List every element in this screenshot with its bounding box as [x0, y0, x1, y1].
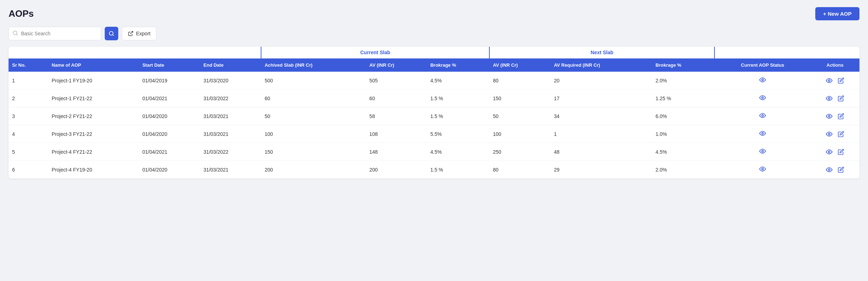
col-actions: Actions — [811, 58, 859, 72]
col-start: Start Date — [139, 58, 200, 72]
cell-achived-slab: 150 — [261, 143, 366, 161]
edit-icon[interactable] — [838, 95, 844, 102]
col-brokrage-current: Brokrage % — [427, 58, 489, 72]
cell-av-current: 148 — [366, 143, 427, 161]
cell-end: 31/03/2021 — [200, 107, 261, 125]
edit-icon[interactable] — [838, 77, 844, 84]
actions-cell — [814, 77, 856, 84]
cell-brokrage-next: 2.0% — [652, 72, 715, 90]
col-end: End Date — [200, 58, 261, 72]
cell-name: Project-2 FY21-22 — [48, 107, 139, 125]
cell-av-required-next: 48 — [550, 143, 652, 161]
view-icon[interactable] — [826, 77, 833, 84]
view-icon[interactable] — [826, 148, 833, 155]
actions-cell — [814, 148, 856, 155]
next-slab-header: Next Slab — [489, 47, 714, 58]
search-input[interactable] — [21, 31, 97, 36]
cell-achived-slab: 50 — [261, 107, 366, 125]
view-icon[interactable] — [826, 95, 833, 102]
cell-av-current: 58 — [366, 107, 427, 125]
cell-name: Project-4 FY21-22 — [48, 143, 139, 161]
actions-cell — [814, 95, 856, 102]
view-icon[interactable] — [826, 131, 833, 138]
svg-point-14 — [828, 151, 830, 153]
table-wrapper: Current Slab Next Slab Sr No. Name of AO… — [9, 47, 859, 179]
empty-group-header-right — [714, 47, 859, 58]
cell-av-required-next: 1 — [550, 125, 652, 143]
cell-av-required-next: 20 — [550, 72, 652, 90]
cell-brokrage-next: 2.0% — [652, 161, 715, 179]
table-row: 3 Project-2 FY21-22 01/04/2020 31/03/202… — [9, 107, 859, 125]
cell-aop-status — [714, 90, 810, 107]
svg-point-6 — [828, 80, 830, 81]
actions-cell — [814, 166, 856, 173]
cell-av-next: 100 — [489, 125, 550, 143]
edit-icon[interactable] — [838, 167, 844, 173]
svg-point-10 — [828, 115, 830, 117]
edit-icon[interactable] — [838, 149, 844, 155]
svg-point-12 — [828, 133, 830, 135]
search-btn-icon — [109, 31, 114, 36]
cell-brokrage-next: 6.0% — [652, 107, 715, 125]
table-row: 4 Project-3 FY21-22 01/04/2020 31/03/202… — [9, 125, 859, 143]
search-button[interactable] — [105, 27, 118, 40]
cell-av-current: 505 — [366, 72, 427, 90]
status-eye-icon[interactable] — [759, 94, 766, 101]
col-sr-no: Sr No. — [9, 58, 48, 72]
svg-point-5 — [762, 79, 764, 81]
status-eye-icon[interactable] — [759, 148, 766, 155]
cell-brokrage-current: 5.5% — [427, 125, 489, 143]
cell-aop-status — [714, 107, 810, 125]
svg-point-8 — [828, 97, 830, 99]
cell-av-next: 150 — [489, 90, 550, 107]
actions-cell — [814, 131, 856, 138]
aop-table: Current Slab Next Slab Sr No. Name of AO… — [9, 47, 859, 179]
cell-av-next: 50 — [489, 107, 550, 125]
search-wrapper — [9, 27, 101, 40]
cell-start: 01/04/2020 — [139, 107, 200, 125]
export-icon — [128, 31, 134, 36]
view-icon[interactable] — [826, 113, 833, 120]
cell-brokrage-current: 1.5 % — [427, 90, 489, 107]
cell-sr: 1 — [9, 72, 48, 90]
cell-aop-status — [714, 161, 810, 179]
cell-actions — [811, 161, 859, 179]
cell-brokrage-current: 1.5 % — [427, 107, 489, 125]
svg-line-3 — [113, 35, 114, 36]
col-av-required-next: AV Required (INR Cr) — [550, 58, 652, 72]
cell-achived-slab: 500 — [261, 72, 366, 90]
cell-end: 31/03/2022 — [200, 143, 261, 161]
cell-name: Project-1 FY21-22 — [48, 90, 139, 107]
cell-sr: 6 — [9, 161, 48, 179]
cell-av-required-next: 29 — [550, 161, 652, 179]
cell-achived-slab: 100 — [261, 125, 366, 143]
export-button[interactable]: Export — [122, 27, 156, 40]
cell-av-next: 80 — [489, 72, 550, 90]
cell-av-current: 108 — [366, 125, 427, 143]
svg-point-2 — [109, 31, 113, 35]
cell-sr: 4 — [9, 125, 48, 143]
cell-brokrage-current: 4.5% — [427, 143, 489, 161]
cell-brokrage-next: 1.0% — [652, 125, 715, 143]
status-eye-icon[interactable] — [759, 130, 766, 137]
cell-av-next: 80 — [489, 161, 550, 179]
status-eye-icon[interactable] — [759, 165, 766, 173]
cell-av-current: 60 — [366, 90, 427, 107]
cell-sr: 2 — [9, 90, 48, 107]
edit-icon[interactable] — [838, 131, 844, 137]
cell-av-current: 200 — [366, 161, 427, 179]
cell-achived-slab: 200 — [261, 161, 366, 179]
empty-group-header — [9, 47, 261, 58]
new-aop-button[interactable]: + New AOP — [815, 7, 859, 20]
status-eye-icon[interactable] — [759, 112, 766, 119]
col-brokrage-next: Brokrage % — [652, 58, 715, 72]
cell-av-required-next: 17 — [550, 90, 652, 107]
col-av-current: AV (INR Cr) — [366, 58, 427, 72]
status-eye-icon[interactable] — [759, 76, 766, 83]
cell-start: 01/04/2019 — [139, 72, 200, 90]
cell-actions — [811, 125, 859, 143]
edit-icon[interactable] — [838, 113, 844, 119]
view-icon[interactable] — [826, 166, 833, 173]
cell-brokrage-current: 4.5% — [427, 72, 489, 90]
cell-start: 01/04/2020 — [139, 125, 200, 143]
